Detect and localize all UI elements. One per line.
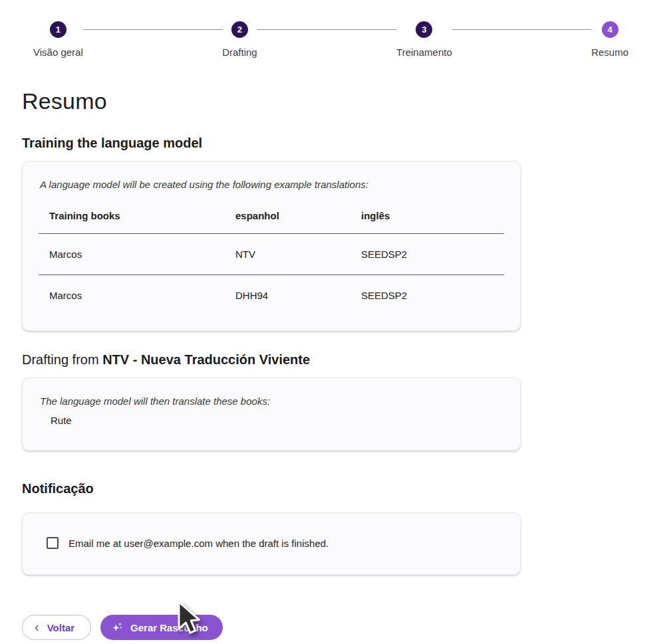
step-1-circle[interactable]: 1 bbox=[50, 21, 66, 38]
email-notification-row[interactable]: Email me at user@example.com when the dr… bbox=[39, 528, 504, 560]
training-section-heading: Training the language model bbox=[22, 136, 643, 151]
back-button-label: Voltar bbox=[47, 622, 74, 633]
drafting-heading-prefix: Drafting from bbox=[22, 352, 102, 367]
column-header-training-books: Training books bbox=[39, 194, 225, 234]
email-notification-checkbox[interactable] bbox=[47, 537, 59, 549]
generate-draft-label: Gerar Rascunho bbox=[130, 622, 208, 633]
cell-target: SEEDSP2 bbox=[350, 234, 504, 275]
notification-section-heading: Notificação bbox=[22, 481, 643, 496]
step-4-circle[interactable]: 4 bbox=[602, 21, 618, 38]
wizard-actions: ‹ Voltar Gerar Rascunho bbox=[22, 615, 665, 640]
column-header-ingles: inglês bbox=[350, 194, 504, 234]
step-treinamento[interactable]: 3 Treinamento bbox=[396, 21, 452, 58]
drafting-source-name: NTV - Nueva Traducción Viviente bbox=[102, 352, 310, 367]
table-row: Marcos DHH94 SEEDSP2 bbox=[39, 275, 504, 316]
generate-draft-button[interactable]: Gerar Rascunho bbox=[100, 615, 223, 640]
step-connector bbox=[452, 29, 591, 30]
table-header-row: Training books espanhol inglês bbox=[39, 194, 504, 234]
training-books-table: Training books espanhol inglês Marcos NT… bbox=[39, 194, 504, 316]
step-connector bbox=[257, 29, 396, 30]
drafting-book-item: Rute bbox=[51, 415, 504, 426]
cell-book: Marcos bbox=[39, 275, 225, 316]
step-connector bbox=[83, 29, 222, 30]
training-intro-text: A language model will be created using t… bbox=[40, 179, 504, 190]
step-3-label: Treinamento bbox=[396, 47, 452, 58]
page-title: Resumo bbox=[22, 88, 643, 114]
cell-target: SEEDSP2 bbox=[350, 275, 504, 316]
training-card: A language model will be created using t… bbox=[22, 161, 521, 331]
back-button[interactable]: ‹ Voltar bbox=[22, 615, 91, 640]
step-2-label: Drafting bbox=[222, 47, 257, 58]
table-row: Marcos NTV SEEDSP2 bbox=[39, 234, 504, 275]
column-header-espanhol: espanhol bbox=[225, 194, 350, 234]
notification-card: Email me at user@example.com when the dr… bbox=[22, 512, 521, 575]
step-4-label: Resumo bbox=[591, 47, 628, 58]
email-notification-label[interactable]: Email me at user@example.com when the dr… bbox=[68, 538, 329, 549]
step-drafting[interactable]: 2 Drafting bbox=[222, 21, 257, 58]
wizard-stepper: 1 Visão geral 2 Drafting 3 Treinamento 4… bbox=[0, 0, 665, 58]
drafting-card: The language model will then translate t… bbox=[22, 377, 521, 451]
step-resumo[interactable]: 4 Resumo bbox=[591, 21, 628, 58]
step-3-circle[interactable]: 3 bbox=[416, 21, 432, 38]
step-visao-geral[interactable]: 1 Visão geral bbox=[33, 21, 83, 58]
step-2-circle[interactable]: 2 bbox=[231, 21, 248, 38]
step-1-label: Visão geral bbox=[33, 47, 83, 58]
sparkles-icon bbox=[111, 621, 124, 634]
drafting-section-heading: Drafting from NTV - Nueva Traducción Viv… bbox=[22, 352, 643, 368]
chevron-left-icon: ‹ bbox=[35, 620, 39, 633]
cell-book: Marcos bbox=[39, 234, 225, 275]
drafting-intro-text: The language model will then translate t… bbox=[40, 395, 504, 407]
cell-source: NTV bbox=[225, 234, 350, 275]
cell-source: DHH94 bbox=[225, 275, 350, 316]
